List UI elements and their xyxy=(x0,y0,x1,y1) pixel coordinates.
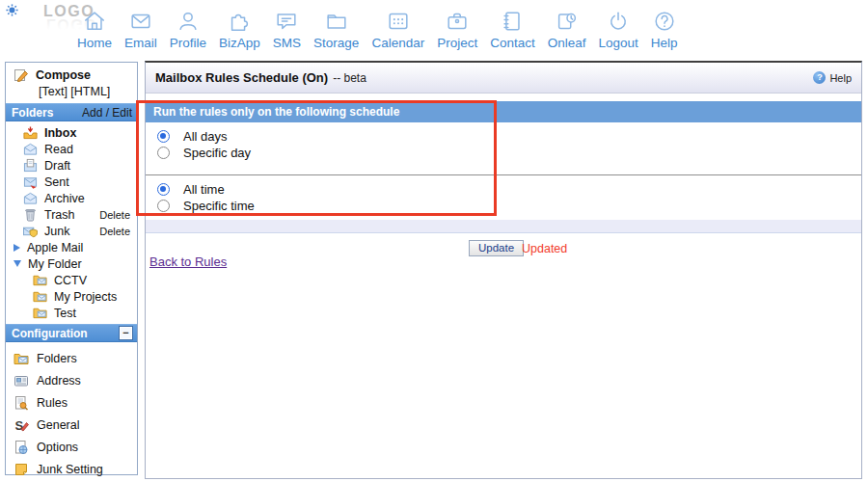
calendar-icon xyxy=(386,9,411,34)
page-title-suffix: -- beta xyxy=(333,71,366,85)
config-general-label: General xyxy=(37,418,79,432)
nav-email-label: Email xyxy=(124,36,157,50)
config-options-label: Options xyxy=(37,441,78,454)
folder-draft-label: Draft xyxy=(44,159,70,173)
nav-sms[interactable]: SMS xyxy=(273,9,301,50)
folder-read[interactable]: Read xyxy=(6,141,137,157)
nav-home[interactable]: Home xyxy=(77,9,112,50)
option-specific-day[interactable]: Specific day xyxy=(157,145,861,161)
clock-document-icon xyxy=(555,9,580,34)
nav-home-label: Home xyxy=(77,36,112,50)
open-envelope-icon xyxy=(23,142,38,156)
my-folder-label: My Folder xyxy=(28,257,82,271)
folder-sent[interactable]: Sent xyxy=(6,174,137,190)
folder-trash[interactable]: Trash Delete xyxy=(6,206,137,223)
folder-mail-icon xyxy=(33,273,47,287)
help-button-label: Help xyxy=(829,72,852,84)
folder-inbox-label: Inbox xyxy=(44,126,76,140)
config-junk-setting[interactable]: Junk Setting xyxy=(6,459,137,479)
folder-archive[interactable]: Archive xyxy=(6,190,137,206)
top-nav: Home Email Profile BizApp xyxy=(77,9,678,50)
nav-calendar[interactable]: Calendar xyxy=(371,9,424,50)
option-specific-day-label: Specific day xyxy=(183,146,251,160)
trash-delete-link[interactable]: Delete xyxy=(99,209,137,221)
configuration-header-title: Configuration xyxy=(12,327,88,340)
subfolder-my-projects[interactable]: My Projects xyxy=(6,288,137,305)
nav-project-label: Project xyxy=(437,36,477,50)
nav-contact[interactable]: Contact xyxy=(490,9,535,50)
option-all-days-label: All days xyxy=(183,129,228,144)
header-gap xyxy=(146,94,861,101)
junk-icon xyxy=(23,224,38,238)
nav-help-label: Help xyxy=(651,36,678,50)
config-rules-label: Rules xyxy=(37,396,68,410)
top-bar: LOGO LOGO Home Email Pr xyxy=(0,0,868,60)
configuration-list: Folders Address Rules xyxy=(6,342,137,479)
help-button[interactable]: ? Help xyxy=(813,71,852,84)
chat-bubble-icon xyxy=(274,9,299,34)
config-folders[interactable]: Folders xyxy=(6,348,137,368)
section-footer-band xyxy=(146,220,861,233)
app-window: LOGO LOGO Home Email Pr xyxy=(0,0,868,482)
tree-my-folder[interactable]: My Folder xyxy=(6,255,137,272)
folder-inbox[interactable]: Inbox xyxy=(6,124,137,141)
config-rules[interactable]: Rules xyxy=(6,392,137,413)
nav-profile[interactable]: Profile xyxy=(170,9,206,50)
tree-apple-mail[interactable]: Apple Mail xyxy=(6,239,137,255)
main-body: Update Updated Back to Rules xyxy=(146,233,861,455)
nav-email[interactable]: Email xyxy=(124,9,157,50)
nav-storage[interactable]: Storage xyxy=(313,9,359,50)
briefcase-icon xyxy=(445,9,470,34)
nav-contact-label: Contact xyxy=(490,36,535,50)
nav-project[interactable]: Project xyxy=(437,9,477,50)
sidebar: Compose [Text] [HTML] Folders Add / Edit… xyxy=(5,62,138,475)
folder-junk[interactable]: Junk Delete xyxy=(6,223,137,239)
folder-mail-icon xyxy=(14,351,29,366)
option-all-days[interactable]: All days xyxy=(157,128,861,145)
subfolder-test[interactable]: Test xyxy=(6,305,137,321)
nav-bizapp[interactable]: BizApp xyxy=(219,9,260,50)
configuration-collapse-toggle[interactable]: − xyxy=(120,327,132,339)
nav-help[interactable]: Help xyxy=(651,9,678,50)
folders-header-title: Folders xyxy=(12,106,53,120)
subfolder-cctv[interactable]: CCTV xyxy=(6,272,137,288)
compose-icon xyxy=(14,67,29,83)
radio-specific-day[interactable] xyxy=(157,147,170,159)
compose-label: Compose xyxy=(36,68,91,82)
option-all-time-label: All time xyxy=(183,182,225,197)
folders-add-edit-link[interactable]: Add / Edit xyxy=(82,106,132,120)
update-button[interactable]: Update xyxy=(469,240,524,256)
back-to-rules-link[interactable]: Back to Rules xyxy=(149,254,227,269)
nav-bizapp-label: BizApp xyxy=(219,36,260,50)
compose-html-link[interactable]: [HTML] xyxy=(70,85,110,98)
config-options[interactable]: Options xyxy=(6,437,137,457)
junk-setting-icon xyxy=(14,462,29,477)
archive-icon xyxy=(23,191,38,205)
trash-icon xyxy=(23,207,38,222)
folder-junk-label: Junk xyxy=(44,225,69,238)
radio-specific-time[interactable] xyxy=(157,200,170,212)
draft-icon xyxy=(23,158,38,173)
compose-text-link[interactable]: [Text] xyxy=(39,85,68,98)
folder-archive-label: Archive xyxy=(44,192,85,205)
compose-button[interactable]: Compose xyxy=(14,67,133,83)
nav-calendar-label: Calendar xyxy=(371,36,424,50)
folder-draft[interactable]: Draft xyxy=(6,157,137,174)
sent-icon xyxy=(23,174,38,189)
nav-onleaf[interactable]: Onleaf xyxy=(548,9,586,50)
config-address[interactable]: Address xyxy=(6,370,137,390)
option-specific-time[interactable]: Specific time xyxy=(157,198,861,214)
day-options-group: All days Specific day xyxy=(146,122,861,174)
config-address-label: Address xyxy=(37,374,81,388)
radio-all-days[interactable] xyxy=(157,130,170,143)
option-all-time[interactable]: All time xyxy=(157,181,861,198)
folder-list: Inbox Read Draft xyxy=(6,121,137,321)
question-icon xyxy=(652,9,677,34)
chevron-right-icon[interactable] xyxy=(14,244,20,252)
nav-storage-label: Storage xyxy=(313,36,359,50)
radio-all-time[interactable] xyxy=(157,183,170,196)
chevron-down-icon[interactable] xyxy=(14,260,21,267)
junk-delete-link[interactable]: Delete xyxy=(99,226,137,237)
config-general[interactable]: S General xyxy=(6,415,137,435)
nav-logout[interactable]: Logout xyxy=(599,9,638,50)
